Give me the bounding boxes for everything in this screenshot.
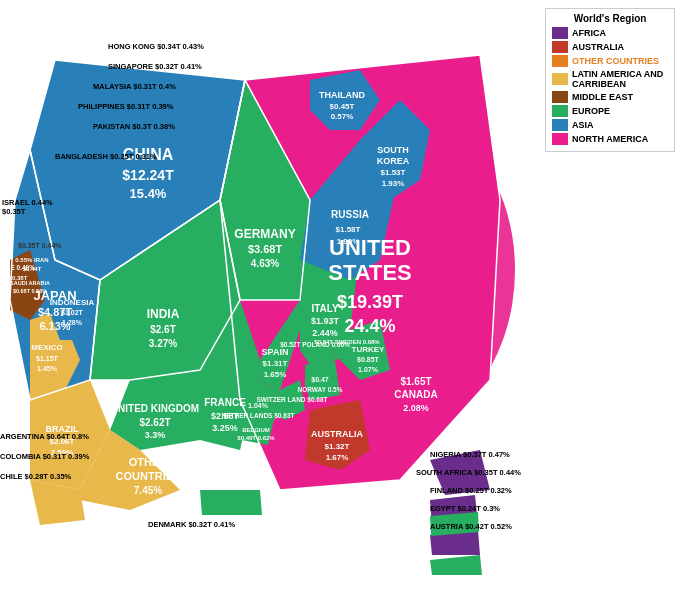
pakistan-label: PAKISTAN $0.3T 0.38% — [93, 122, 175, 131]
india-pct: 3.27% — [149, 338, 177, 349]
turkey-value: $0.85T — [357, 356, 380, 364]
israel-label: ISRAEL 0.44%$0.35T — [2, 198, 53, 216]
russia-pct: 1.99% — [337, 237, 360, 246]
germany-label: GERMANY — [234, 227, 295, 241]
legend-color-7 — [552, 133, 568, 145]
canada-pct: 2.08% — [403, 403, 429, 413]
spain-value: $1.31T — [263, 359, 288, 368]
legend-label-1: AUSTRALIA — [572, 42, 624, 52]
iran-value: $0.44T — [23, 266, 42, 272]
australia-label: AUSTRALIA — [311, 429, 363, 439]
spain-label: SPAIN — [262, 347, 289, 357]
legend-item-1: AUSTRALIA — [552, 41, 668, 53]
bangladesh-label: BANGLADESH $0.25T 0.31% — [55, 152, 157, 161]
legend-item-6: ASIA — [552, 119, 668, 131]
china-pct: 15.4% — [130, 186, 167, 201]
south-africa-label: SOUTH AFRICA $0.35T 0.44% — [416, 468, 521, 477]
thailand-label: THAILAND — [319, 90, 365, 100]
legend-color-4 — [552, 91, 568, 103]
legend: World's Region AFRICAAUSTRALIAOTHER COUN… — [545, 8, 675, 152]
sk-label2: KOREA — [377, 156, 410, 166]
legend-title: World's Region — [552, 13, 668, 24]
legend-item-5: EUROPE — [552, 105, 668, 117]
canada-label2: CANADA — [394, 389, 437, 400]
legend-label-5: EUROPE — [572, 106, 610, 116]
legend-label-7: NORTH AMERICA — [572, 134, 648, 144]
sweden-label: $0.54T SWEDEN 0.68% — [314, 339, 380, 345]
iran-label: 0.55% IRAN — [15, 257, 48, 263]
chile-label: CHILE $0.28T 0.35% — [0, 472, 71, 481]
israel-label-small: $0.35T 0.44% — [18, 242, 62, 250]
italy-label: ITALY — [311, 303, 339, 314]
france-label: FRANCE — [204, 397, 246, 408]
denmark-segment — [200, 490, 262, 515]
legend-color-0 — [552, 27, 568, 39]
mexico-pct: 1.45% — [37, 365, 58, 372]
legend-label-2: OTHER COUNTRIES — [572, 56, 659, 66]
thailand-value: $0.45T — [330, 102, 355, 111]
australia-value: $1.32T — [325, 442, 350, 451]
singapore-label: SINGAPORE $0.32T 0.41% — [108, 62, 202, 71]
canada-label: $1.65T — [400, 376, 431, 387]
legend-label-3: LATIN AMERICA AND CARRIBEAN — [572, 69, 668, 89]
malaysia-label: MALAYSIA $0.31T 0.4% — [93, 82, 176, 91]
belgium-value: $0.49T 0.62% — [237, 435, 275, 441]
legend-item-3: LATIN AMERICA AND CARRIBEAN — [552, 69, 668, 89]
sk-label: SOUTH — [377, 145, 409, 155]
italy-value: $1.93T — [311, 316, 340, 326]
legend-item-0: AFRICA — [552, 27, 668, 39]
netherlands-value: NETHER LANDS $0.83T — [222, 412, 295, 420]
austria-segment — [430, 555, 482, 575]
russia-value: $1.58T — [336, 225, 361, 234]
indonesia-value: $1.02T — [61, 309, 84, 317]
indonesia-pct: 1.28% — [62, 319, 83, 326]
india-label: INDIA — [147, 307, 180, 321]
norway-label: $0.47 — [311, 376, 329, 384]
legend-item-2: OTHER COUNTRIES — [552, 55, 668, 67]
legend-label-6: ASIA — [572, 120, 594, 130]
uk-label: UNITED KINGDOM — [111, 403, 199, 414]
legend-label-0: AFRICA — [572, 28, 606, 38]
chart-container: UNITED STATES $19.39T 24.4% CHINA $12.24… — [0, 0, 680, 592]
swiss-label: SWITZER LAND $0.68T — [256, 396, 327, 404]
india-value: $2.6T — [150, 324, 176, 335]
germany-value: $3.68T — [248, 243, 283, 255]
saudi-value: $0.68T 0.86% — [13, 288, 47, 294]
indonesia-label: INDONESIA — [50, 298, 95, 307]
legend-item-4: MIDDLE EAST — [552, 91, 668, 103]
finland-label: FINLAND $0.25T 0.32% — [430, 486, 512, 495]
spain-pct: 1.65% — [264, 370, 287, 379]
other-label2: COUNTRIES — [116, 470, 181, 482]
legend-item-7: NORTH AMERICA — [552, 133, 668, 145]
legend-color-1 — [552, 41, 568, 53]
argentina-label: ARGENTINA $0.64T 0.8% — [0, 432, 89, 441]
egypt-label: EGYPT $0.24T 0.3% — [430, 504, 500, 513]
italy-pct: 2.44% — [312, 328, 338, 338]
uk-pct: 3.3% — [145, 430, 166, 440]
belgium-label: BELGIUM — [242, 427, 270, 433]
mexico-label: MEXICO — [31, 343, 63, 352]
legend-color-6 — [552, 119, 568, 131]
us-label2: STATES — [328, 260, 412, 285]
legend-label-4: MIDDLE EAST — [572, 92, 633, 102]
philippines-label: PHILIPPINES $0.31T 0.39% — [78, 102, 173, 111]
other-label: OTHER — [129, 456, 168, 468]
turkey-pct: 1.07% — [358, 366, 379, 373]
austria-label: AUSTRIA $0.42T 0.52% — [430, 522, 512, 531]
denmark-label: DENMARK $0.32T 0.41% — [148, 520, 235, 529]
legend-color-3 — [552, 73, 568, 85]
us-value: $19.39T — [337, 292, 403, 312]
legend-color-2 — [552, 55, 568, 67]
france-pct: 3.25% — [212, 423, 238, 433]
saudi-label: SAUDI ARABIA — [10, 280, 50, 286]
colombia-label: COLOMBIA $0.31T 0.39% — [0, 452, 89, 461]
thailand-pct: 0.57% — [331, 112, 354, 121]
legend-color-5 — [552, 105, 568, 117]
mexico-value: $1.15T — [36, 355, 59, 363]
russia-label: RUSSIA — [331, 209, 369, 220]
sk-value: $1.53T — [381, 168, 406, 177]
norway-label2: NORWAY 0.5% — [297, 386, 342, 393]
china-value: $12.24T — [122, 167, 174, 183]
netherlands-label: 1.04% — [248, 402, 269, 409]
germany-pct: 4.63% — [251, 258, 279, 269]
